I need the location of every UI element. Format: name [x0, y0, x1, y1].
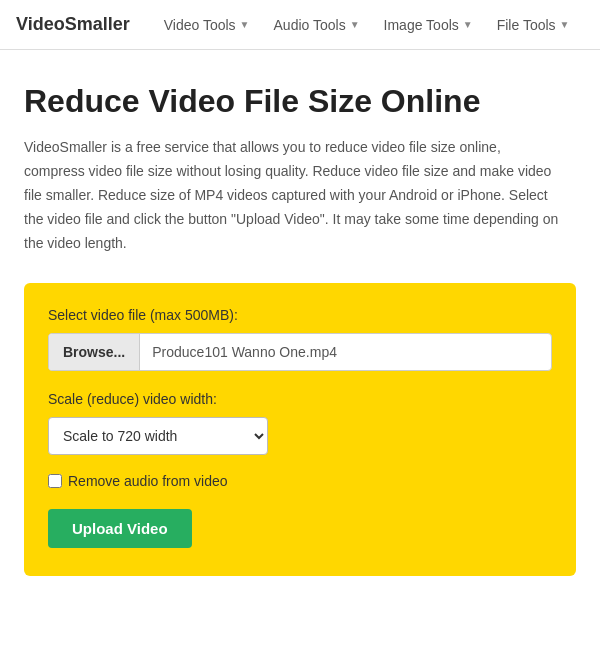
upload-panel: Select video file (max 500MB): Browse...…: [24, 283, 576, 576]
file-input-row: Browse... Produce101 Wanno One.mp4: [48, 333, 552, 371]
nav-file-tools-label: File Tools: [497, 17, 556, 33]
main-content: Reduce Video File Size Online VideoSmall…: [0, 50, 600, 608]
chevron-down-icon: ▼: [350, 19, 360, 30]
nav-audio-tools-label: Audio Tools: [274, 17, 346, 33]
chevron-down-icon: ▼: [560, 19, 570, 30]
nav-item-file-tools[interactable]: File Tools ▼: [487, 11, 580, 39]
file-input-label: Select video file (max 500MB):: [48, 307, 552, 323]
scale-select[interactable]: Scale to 720 widthScale to 480 widthScal…: [48, 417, 268, 455]
upload-button[interactable]: Upload Video: [48, 509, 192, 548]
scale-label: Scale (reduce) video width:: [48, 391, 552, 407]
remove-audio-label: Remove audio from video: [68, 473, 228, 489]
remove-audio-row: Remove audio from video: [48, 473, 552, 489]
nav-item-video-tools[interactable]: Video Tools ▼: [154, 11, 260, 39]
nav-video-tools-label: Video Tools: [164, 17, 236, 33]
browse-button[interactable]: Browse...: [49, 334, 140, 370]
nav-item-image-tools[interactable]: Image Tools ▼: [374, 11, 483, 39]
nav-menu: Video Tools ▼ Audio Tools ▼ Image Tools …: [154, 11, 580, 39]
nav-image-tools-label: Image Tools: [384, 17, 459, 33]
remove-audio-checkbox[interactable]: [48, 474, 62, 488]
navbar: VideoSmaller Video Tools ▼ Audio Tools ▼…: [0, 0, 600, 50]
chevron-down-icon: ▼: [463, 19, 473, 30]
file-name-display: Produce101 Wanno One.mp4: [140, 334, 551, 370]
brand-logo[interactable]: VideoSmaller: [16, 14, 130, 35]
chevron-down-icon: ▼: [240, 19, 250, 30]
page-description: VideoSmaller is a free service that allo…: [24, 136, 564, 255]
page-title: Reduce Video File Size Online: [24, 82, 576, 120]
nav-item-audio-tools[interactable]: Audio Tools ▼: [264, 11, 370, 39]
